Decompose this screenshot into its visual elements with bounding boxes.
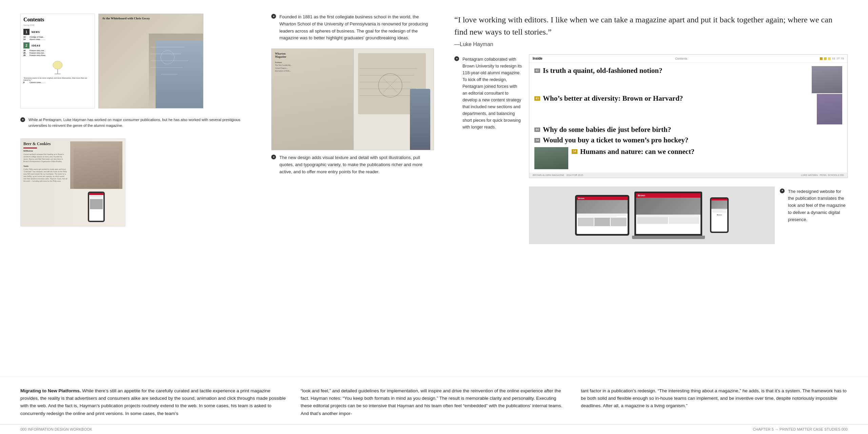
right-column: “I love working with editors. I like whe… bbox=[448, 14, 848, 373]
brown-footer-right: LUKE HAYMAN · PENN. SCHOOLS 000 bbox=[801, 174, 844, 176]
magazine-spread: Contents Spring 2008 1 NEWS 13A bridge o… bbox=[20, 14, 258, 108]
main-content: Contents Spring 2008 1 NEWS 13A bridge o… bbox=[0, 0, 868, 373]
left-caption-1: ✦ While at Pentagram, Luke Hayman has wo… bbox=[20, 117, 258, 128]
left-column: Contents Spring 2008 1 NEWS 13A bridge o… bbox=[20, 14, 258, 373]
laptop-device: Brown bbox=[634, 192, 705, 239]
brown-panels: Inside Contents 11 27 73 bbox=[529, 54, 848, 244]
bullet-icon-3: ✦ bbox=[271, 155, 276, 159]
pentagram-caption-text: Pentagram collaborated with Brown Univer… bbox=[462, 56, 522, 131]
brown-headline-1: 02 Is truth a quaint, old-fashioned noti… bbox=[534, 66, 808, 75]
body-col-3: tant factor in a publication’s redesign.… bbox=[581, 387, 848, 417]
beer-spread-area: Beer & Cookies NOMsense Casual sandwich … bbox=[20, 138, 258, 226]
magazine-beer-page: Beer & Cookies NOMsense Casual sandwich … bbox=[20, 138, 125, 226]
brown-headlines-section: 02 Is truth a quaint, old-fashioned noti… bbox=[529, 63, 847, 173]
bullet-icon-5: ✦ bbox=[780, 189, 785, 193]
pentagram-caption-area: ✦ Pentagram collaborated with Brown Univ… bbox=[448, 54, 522, 244]
quote-attribution: —Luke Hayman bbox=[454, 41, 834, 47]
footer-left: 000 INFORMATION DESIGN WORKBOOK bbox=[20, 427, 92, 431]
page: Contents Spring 2008 1 NEWS 13A bridge o… bbox=[0, 0, 868, 434]
bullet-icon-2: ✦ bbox=[271, 14, 276, 19]
body-col-3-text: tant factor in a publication’s redesign.… bbox=[581, 388, 846, 409]
brown-headline-5: 54 Humans and nature: can we connect? bbox=[572, 147, 842, 156]
caption-text-1: While at Pentagram, Luke Hayman has work… bbox=[28, 117, 258, 128]
section-label-2: IDEAS bbox=[32, 44, 40, 47]
chalkboard-lines bbox=[151, 40, 201, 95]
section-num-2: 2 bbox=[23, 42, 29, 48]
tablet-device: Brown bbox=[575, 195, 629, 236]
brown-headline-4: 34 Would you buy a ticket to women’s pro… bbox=[534, 136, 842, 145]
devices-caption-text: The redesigned website for the publicati… bbox=[788, 188, 848, 223]
footer-right: CHAPTER 5 → PRINTED MATTER CASE STUDIES … bbox=[753, 427, 848, 431]
quote-section: “I love working with editors. I like whe… bbox=[448, 14, 848, 47]
devices-visual: Brown bbox=[529, 186, 775, 244]
contents-issue: Spring 2008 bbox=[23, 24, 92, 26]
whiteboard-title: At the Whiteboard with Chris Geczy bbox=[102, 17, 200, 21]
wharton-caption-text: Founded in 1881 as the first collegiate … bbox=[279, 14, 434, 42]
brown-footer-left: BROWN ALUMNI MAGAZINE · 2014 FOR 2015 bbox=[533, 174, 583, 176]
beer-title: Beer & Cookies bbox=[23, 141, 67, 146]
devices-area: Brown bbox=[529, 186, 848, 244]
devices-caption: ✦ The redesigned website for the publica… bbox=[780, 186, 848, 223]
wine-glass-icon bbox=[51, 59, 64, 76]
contents-title: Contents bbox=[23, 17, 92, 23]
bottom-section: Migrating to New Platforms. While there’… bbox=[0, 377, 868, 424]
brown-header-contents: Contents bbox=[675, 57, 687, 60]
body-col-2: “look and feel,” and detailed guidelines… bbox=[301, 387, 568, 417]
body-col-1-bold: Migrating to New Platforms. bbox=[20, 388, 81, 393]
svg-point-6 bbox=[161, 51, 174, 64]
magazine-whiteboard-spread: At the Whiteboard with Chris Geczy bbox=[98, 14, 203, 108]
wharton-caption: ✦ Founded in 1881 as the first collegiat… bbox=[271, 14, 434, 42]
brown-magazine-spread: Inside Contents 11 27 73 bbox=[529, 54, 848, 178]
right-lower: ✦ Pentagram collaborated with Brown Univ… bbox=[448, 54, 848, 244]
new-design-caption: ✦ The new design adds visual texture and… bbox=[271, 154, 434, 175]
brown-footer-bar: BROWN ALUMNI MAGAZINE · 2014 FOR 2015 LU… bbox=[529, 173, 847, 178]
wharton-magazine-image: WhartonMagazine Features The New Leaders… bbox=[271, 48, 434, 150]
svg-point-0 bbox=[53, 61, 62, 69]
quote-text: “I love working with editors. I like whe… bbox=[454, 14, 834, 38]
pentagram-caption: ✦ Pentagram collaborated with Brown Univ… bbox=[454, 56, 522, 131]
body-col-1: Migrating to New Platforms. While there’… bbox=[20, 387, 287, 417]
brown-headline-3: 04 Why do some babies die just before bi… bbox=[534, 125, 842, 134]
middle-column: ✦ Founded in 1881 as the first collegiat… bbox=[271, 14, 434, 373]
section-label-1: NEWS bbox=[32, 31, 40, 33]
new-design-caption-text: The new design adds visual texture and d… bbox=[279, 154, 434, 175]
magazine-contents-page: Contents Spring 2008 1 NEWS 13A bridge o… bbox=[20, 14, 95, 108]
phone-device: Brown bbox=[710, 197, 729, 233]
bullet-icon-4: ✦ bbox=[454, 56, 459, 61]
body-col-2-text: “look and feel,” and detailed guidelines… bbox=[301, 388, 563, 416]
footer-bar: 000 INFORMATION DESIGN WORKBOOK CHAPTER … bbox=[0, 424, 868, 434]
brown-mag-header: Inside Contents 11 27 73 bbox=[529, 55, 847, 63]
section-num-1: 1 bbox=[23, 29, 29, 35]
bullet-icon-1: ✦ bbox=[20, 117, 25, 122]
brown-headline-2: 03 Who’s better at diversity: Brown or H… bbox=[534, 94, 813, 103]
brown-header-inside: Inside bbox=[533, 57, 542, 60]
